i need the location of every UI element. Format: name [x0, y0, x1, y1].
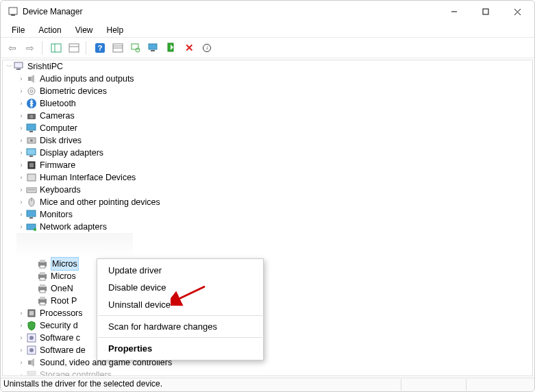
svg-rect-58 — [29, 311, 34, 315]
tree-category[interactable]: ›Cameras — [3, 110, 532, 122]
menu-view[interactable]: View — [69, 24, 100, 36]
tree-category[interactable]: ›Monitors — [3, 208, 532, 221]
close-button[interactable] — [501, 1, 533, 22]
ctx-update-driver[interactable]: Update driver — [97, 262, 263, 279]
chevron-right-icon[interactable]: › — [16, 147, 26, 159]
chevron-right-icon[interactable]: › — [16, 208, 26, 221]
tree-category[interactable]: ›Computer — [3, 122, 532, 134]
tree-device-label: Micros — [51, 270, 76, 282]
tree-category-label: Human Interface Devices — [40, 171, 136, 184]
forward-button[interactable]: ⇨ — [23, 40, 38, 56]
svg-marker-22 — [31, 75, 34, 83]
chevron-right-icon[interactable]: › — [16, 369, 26, 376]
tree-category[interactable]: ›Human Interface Devices — [3, 171, 532, 184]
update-button[interactable]: ↓ — [199, 40, 214, 56]
svg-rect-3 — [483, 9, 488, 14]
tree-category[interactable]: ›Display adapters — [3, 147, 532, 159]
scan-button[interactable] — [128, 40, 143, 56]
toolbar-separator-2 — [86, 41, 88, 55]
tree-category[interactable]: ›Storage controllers — [3, 369, 532, 376]
properties-pane-button[interactable] — [49, 40, 64, 56]
tree-category[interactable]: ›Bluetooth — [3, 97, 532, 110]
svg-rect-36 — [27, 174, 36, 181]
tree-category[interactable]: ›Keyboards — [3, 184, 532, 196]
chevron-right-icon[interactable]: › — [16, 332, 26, 344]
network-icon — [26, 221, 37, 232]
view-button[interactable] — [66, 40, 82, 56]
chevron-right-icon[interactable]: › — [16, 221, 26, 233]
window-title: Device Manager — [8, 6, 438, 17]
chevron-right-icon[interactable]: › — [16, 159, 26, 171]
tree-device[interactable]: Micros — [3, 258, 532, 270]
tree-category[interactable]: ›Software c — [3, 332, 532, 344]
chevron-right-icon[interactable]: › — [16, 73, 26, 85]
monitor-button[interactable] — [146, 40, 161, 56]
svg-rect-32 — [27, 149, 36, 155]
svg-rect-35 — [29, 163, 34, 167]
tree-category[interactable]: ›Mice and other pointing devices — [3, 196, 532, 208]
menu-file[interactable]: File — [5, 24, 32, 36]
chevron-right-icon[interactable]: › — [16, 344, 26, 356]
chevron-right-icon[interactable]: › — [16, 122, 26, 134]
display-icon — [26, 147, 37, 158]
details-button[interactable] — [110, 40, 125, 56]
speaker-icon — [26, 73, 37, 84]
tree-category[interactable]: ›Audio inputs and outputs — [3, 73, 532, 85]
tree-category-label: Keyboards — [40, 184, 81, 196]
tree-category[interactable]: ›Security d — [3, 319, 532, 332]
chevron-right-icon[interactable]: › — [16, 196, 26, 208]
tree-category[interactable]: ›Biometric devices — [3, 85, 532, 97]
drive-icon — [26, 135, 37, 146]
minimize-button[interactable] — [438, 1, 470, 22]
chevron-right-icon[interactable]: › — [16, 85, 26, 97]
tree-category[interactable]: ›Network adapters — [3, 221, 532, 233]
ctx-properties[interactable]: Properties — [97, 340, 263, 357]
tree-category-label: Monitors — [40, 208, 73, 221]
chevron-right-icon[interactable]: › — [16, 134, 26, 147]
device-tree[interactable]: ﹀ SrishtiPC ›Audio inputs and outputs›Bi… — [2, 60, 533, 376]
tree-root[interactable]: ﹀ SrishtiPC — [3, 60, 532, 73]
window-buttons — [438, 1, 533, 22]
enable-button[interactable] — [164, 40, 179, 56]
ctx-scan-hardware[interactable]: Scan for hardware changes — [97, 318, 263, 335]
maximize-button[interactable] — [470, 1, 501, 22]
status-cell-2 — [401, 379, 466, 391]
security-icon — [26, 320, 37, 331]
chevron-down-icon[interactable]: ﹀ — [4, 60, 14, 73]
delete-icon: ✕ — [185, 42, 194, 54]
tree-category[interactable]: ›Disk drives — [3, 134, 532, 147]
printer-icon — [37, 271, 48, 282]
help-button[interactable]: ? — [92, 40, 108, 56]
chevron-right-icon[interactable]: › — [16, 97, 26, 110]
tree-category[interactable]: ›Firmware — [3, 159, 532, 171]
chevron-right-icon[interactable]: › — [16, 184, 26, 196]
tree-category[interactable]: ›Processors — [3, 307, 532, 319]
firmware-icon — [26, 160, 37, 171]
tree-device[interactable]: Root P — [3, 295, 532, 307]
properties-pane-icon — [51, 42, 62, 53]
scan-icon — [130, 42, 141, 53]
sound-icon — [26, 357, 37, 368]
svg-point-62 — [29, 348, 34, 352]
delete-button[interactable]: ✕ — [182, 40, 197, 56]
tree-category[interactable]: ›Sound, video and game controllers — [3, 356, 532, 369]
devmgr-icon — [8, 6, 18, 17]
chevron-right-icon[interactable]: › — [16, 307, 26, 319]
tree-device[interactable]: Micros — [3, 270, 532, 282]
tree-root-label: SrishtiPC — [27, 60, 63, 73]
chevron-right-icon[interactable]: › — [16, 356, 26, 369]
tree-category[interactable]: ›Software de — [3, 344, 532, 356]
svg-line-68 — [176, 286, 205, 300]
menu-action[interactable]: Action — [32, 24, 68, 36]
tree-category-label: Mice and other pointing devices — [40, 196, 160, 208]
tree-device[interactable]: OneN — [3, 282, 532, 295]
svg-rect-63 — [28, 360, 31, 365]
menu-help[interactable]: Help — [100, 24, 131, 36]
software-icon — [26, 345, 37, 356]
tree-category-label: Firmware — [40, 159, 75, 171]
back-button[interactable]: ⇦ — [5, 40, 20, 56]
chevron-right-icon[interactable]: › — [16, 319, 26, 332]
tree-category-label: Software de — [40, 344, 86, 356]
chevron-right-icon[interactable]: › — [16, 171, 26, 184]
chevron-right-icon[interactable]: › — [16, 110, 26, 122]
